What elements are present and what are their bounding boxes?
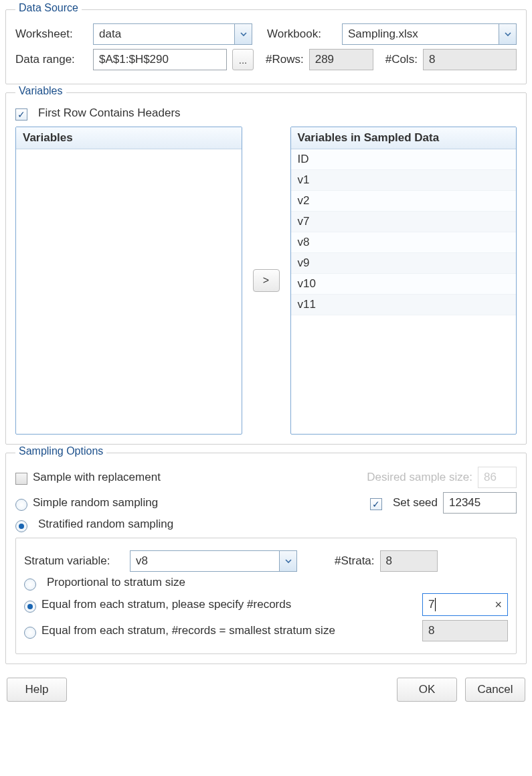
equal-smallest-label: Equal from each stratum, #records = smal… <box>41 624 335 637</box>
list-item[interactable]: v9 <box>291 253 517 274</box>
simple-random-radio[interactable] <box>15 499 27 511</box>
cols-label: #Cols: <box>385 53 418 66</box>
footer: Help OK Cancel <box>4 672 528 704</box>
radio-dot-icon <box>19 524 24 529</box>
equal-smallest-value: 8 <box>428 624 434 637</box>
list-item[interactable]: v7 <box>291 212 517 232</box>
desired-size-value: 86 <box>484 471 497 484</box>
set-seed-checkbox[interactable]: ✓ <box>370 498 382 510</box>
equal-smallest-display: 8 <box>422 620 508 641</box>
num-strata-value: 8 <box>386 554 392 568</box>
chevron-down-icon[interactable] <box>234 24 252 44</box>
data-source-group: Data Source Worksheet: data Workbook: Sa… <box>5 9 527 84</box>
stratified-label: Stratified random sampling <box>38 518 173 531</box>
list-item[interactable]: v1 <box>291 170 517 191</box>
workbook-label: Workbook: <box>267 27 337 41</box>
list-item[interactable]: v8 <box>291 232 517 253</box>
worksheet-value: data <box>94 24 234 44</box>
data-range-value: $A$1:$H$290 <box>99 53 169 66</box>
proportional-label: Proportional to stratum size <box>47 576 185 589</box>
rows-label: #Rows: <box>266 53 304 66</box>
variables-title: Variables <box>15 85 66 97</box>
browse-range-button[interactable]: ... <box>232 49 254 70</box>
workbook-value: Sampling.xlsx <box>343 24 499 44</box>
data-source-title: Data Source <box>15 2 82 14</box>
clear-icon[interactable]: × <box>495 598 502 612</box>
rows-value: 289 <box>315 53 334 66</box>
check-icon: ✓ <box>17 110 25 119</box>
proportional-radio[interactable] <box>24 578 36 591</box>
num-strata-display: 8 <box>380 550 438 572</box>
cancel-button[interactable]: Cancel <box>465 678 525 702</box>
desired-size-input: 86 <box>478 467 517 488</box>
stratum-var-value: v8 <box>130 551 279 571</box>
sampling-options-group: Sampling Options Sample with replacement… <box>5 453 527 664</box>
seed-value: 12345 <box>449 496 480 510</box>
variables-list[interactable]: Variables <box>15 127 242 435</box>
cols-value: 8 <box>429 53 435 66</box>
equal-smallest-radio[interactable] <box>24 627 36 639</box>
headers-checkbox-label: First Row Contains Headers <box>38 106 181 120</box>
list-item[interactable]: v2 <box>291 191 517 212</box>
sampled-variables-list[interactable]: Variables in Sampled Data IDv1v2v7v8v9v1… <box>290 127 517 435</box>
cols-display: 8 <box>423 49 517 70</box>
equal-specify-label: Equal from each stratum, please specify … <box>41 598 291 611</box>
workbook-combo[interactable]: Sampling.xlsx <box>342 23 517 45</box>
set-seed-label: Set seed <box>393 496 438 510</box>
list-item[interactable]: v11 <box>291 295 517 315</box>
chevron-down-icon[interactable] <box>499 24 516 44</box>
help-button[interactable]: Help <box>7 678 67 702</box>
stratum-var-label: Stratum variable: <box>24 554 124 568</box>
stratified-panel: Stratum variable: v8 #Strata: 8 Proporti… <box>15 538 517 654</box>
desired-size-label: Desired sample size: <box>367 471 472 484</box>
check-icon: ✓ <box>372 499 380 509</box>
data-range-label: Data range: <box>15 53 88 66</box>
replacement-label: Sample with replacement <box>33 471 161 484</box>
stratified-radio[interactable] <box>15 520 27 532</box>
headers-checkbox[interactable]: ✓ <box>15 108 27 121</box>
stratum-var-combo[interactable]: v8 <box>130 550 297 572</box>
rows-display: 289 <box>309 49 373 70</box>
data-range-input[interactable]: $A$1:$H$290 <box>93 49 227 70</box>
chevron-down-icon[interactable] <box>279 551 296 571</box>
radio-dot-icon <box>27 604 33 609</box>
simple-random-label: Simple random sampling <box>33 496 158 510</box>
variables-group: Variables ✓ First Row Contains Headers V… <box>5 92 527 445</box>
move-right-button[interactable]: > <box>253 269 280 292</box>
sampled-variables-header: Variables in Sampled Data <box>291 127 517 149</box>
sampled-variables-body[interactable]: IDv1v2v7v8v9v10v11 <box>291 149 517 434</box>
equal-specify-radio[interactable] <box>24 601 36 613</box>
list-item[interactable]: v10 <box>291 274 517 295</box>
variables-list-body[interactable] <box>16 149 242 434</box>
equal-specify-input[interactable]: 7 × <box>422 593 508 616</box>
equal-specify-value: 7 <box>428 598 434 611</box>
ok-button[interactable]: OK <box>397 678 457 702</box>
replacement-checkbox[interactable] <box>15 473 27 485</box>
text-cursor <box>435 598 436 611</box>
list-item[interactable]: ID <box>291 149 517 170</box>
sampling-options-title: Sampling Options <box>15 445 106 457</box>
worksheet-combo[interactable]: data <box>93 23 252 45</box>
num-strata-label: #Strata: <box>335 554 375 568</box>
seed-input[interactable]: 12345 <box>443 492 517 514</box>
worksheet-label: Worksheet: <box>15 27 88 41</box>
variables-list-header: Variables <box>16 127 242 149</box>
